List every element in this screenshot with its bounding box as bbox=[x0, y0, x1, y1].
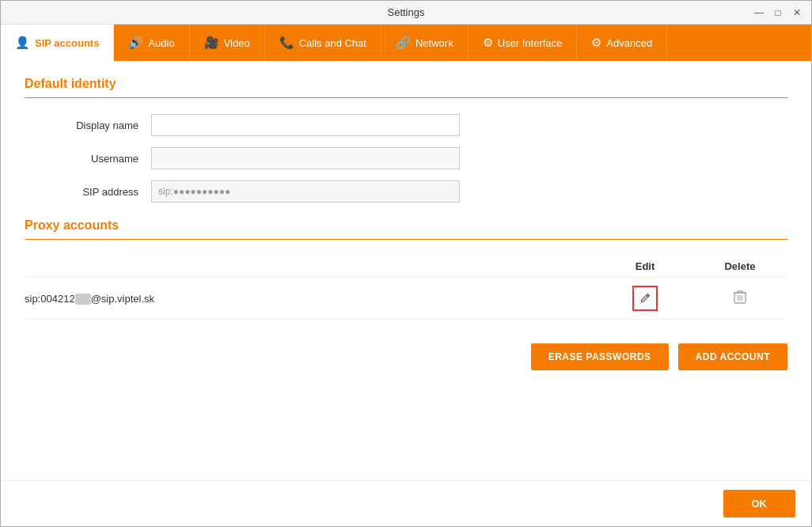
username-input[interactable] bbox=[151, 147, 460, 169]
default-identity-title: Default identity bbox=[25, 77, 787, 98]
pencil-icon bbox=[639, 292, 651, 305]
maximize-button[interactable]: □ bbox=[770, 5, 786, 21]
video-label: Video bbox=[224, 37, 250, 49]
erase-passwords-button[interactable]: ERASE PASSWORDS bbox=[531, 343, 669, 370]
proxy-account-value: sip:004212 @sip.viptel.sk bbox=[25, 293, 598, 305]
proxy-table-header: Edit Delete bbox=[25, 256, 787, 278]
action-buttons: ERASE PASSWORDS ADD ACCOUNT bbox=[25, 343, 787, 370]
titlebar: Settings — □ ✕ bbox=[1, 1, 811, 25]
sip-accounts-label: SIP accounts bbox=[35, 37, 99, 49]
sip-accounts-icon: 👤 bbox=[15, 36, 30, 50]
sidebar-item-advanced[interactable]: ⚙ Advanced bbox=[577, 25, 667, 61]
footer: OK bbox=[1, 480, 811, 526]
ok-button[interactable]: OK bbox=[723, 490, 796, 518]
calls-chat-icon: 📞 bbox=[279, 36, 294, 50]
network-label: Network bbox=[415, 37, 453, 49]
window-title: Settings bbox=[388, 6, 425, 18]
proxy-table: Edit Delete sip:004212 @sip.viptel.sk bbox=[25, 256, 787, 320]
proxy-accounts-title: Proxy accounts bbox=[25, 218, 787, 240]
minimize-button[interactable]: — bbox=[751, 5, 767, 21]
user-interface-label: User Interface bbox=[498, 37, 563, 49]
username-label: Username bbox=[25, 153, 151, 165]
audio-label: Audio bbox=[148, 37, 174, 49]
blurred-phone bbox=[75, 294, 91, 305]
advanced-label: Advanced bbox=[606, 37, 652, 49]
edit-button-cell bbox=[598, 286, 692, 311]
add-account-button[interactable]: ADD ACCOUNT bbox=[678, 343, 787, 370]
edit-column-header: Edit bbox=[598, 260, 692, 272]
sidebar-item-user-interface[interactable]: ⚙ User Interface bbox=[469, 25, 578, 61]
close-button[interactable]: ✕ bbox=[789, 5, 805, 21]
calls-chat-label: Calls and Chat bbox=[299, 37, 366, 49]
display-name-label: Display name bbox=[25, 119, 151, 131]
window-controls: — □ ✕ bbox=[751, 5, 805, 21]
display-name-input[interactable] bbox=[151, 114, 460, 136]
proxy-accounts-section: Proxy accounts Edit Delete sip:004212 @s… bbox=[25, 218, 787, 370]
sidebar-item-calls-chat[interactable]: 📞 Calls and Chat bbox=[265, 25, 381, 61]
sidebar-item-network[interactable]: 🔗 Network bbox=[381, 25, 469, 61]
settings-navbar: 👤 SIP accounts 🔊 Audio 🎥 Video 📞 Calls a… bbox=[1, 25, 811, 61]
edit-proxy-button[interactable] bbox=[632, 286, 658, 311]
delete-proxy-button[interactable] bbox=[733, 289, 747, 309]
sip-address-group: SIP address bbox=[25, 180, 787, 203]
advanced-icon: ⚙ bbox=[591, 36, 601, 50]
main-content: Default identity Display name Username S… bbox=[1, 61, 811, 480]
trash-icon bbox=[733, 289, 747, 305]
delete-column-header: Delete bbox=[692, 260, 787, 272]
sidebar-item-sip-accounts[interactable]: 👤 SIP accounts bbox=[1, 25, 114, 61]
sip-address-input[interactable] bbox=[151, 180, 460, 203]
sidebar-item-audio[interactable]: 🔊 Audio bbox=[114, 25, 189, 61]
network-icon: 🔗 bbox=[396, 36, 411, 50]
video-icon: 🎥 bbox=[204, 36, 219, 50]
username-group: Username bbox=[25, 147, 787, 169]
settings-window: Settings — □ ✕ 👤 SIP accounts 🔊 Audio 🎥 … bbox=[0, 0, 812, 527]
user-interface-icon: ⚙ bbox=[483, 36, 493, 50]
sidebar-item-video[interactable]: 🎥 Video bbox=[190, 25, 265, 61]
display-name-group: Display name bbox=[25, 114, 787, 136]
sip-address-label: SIP address bbox=[25, 186, 151, 198]
audio-icon: 🔊 bbox=[128, 36, 143, 50]
table-row: sip:004212 @sip.viptel.sk bbox=[25, 278, 787, 320]
delete-button-cell bbox=[692, 289, 787, 309]
